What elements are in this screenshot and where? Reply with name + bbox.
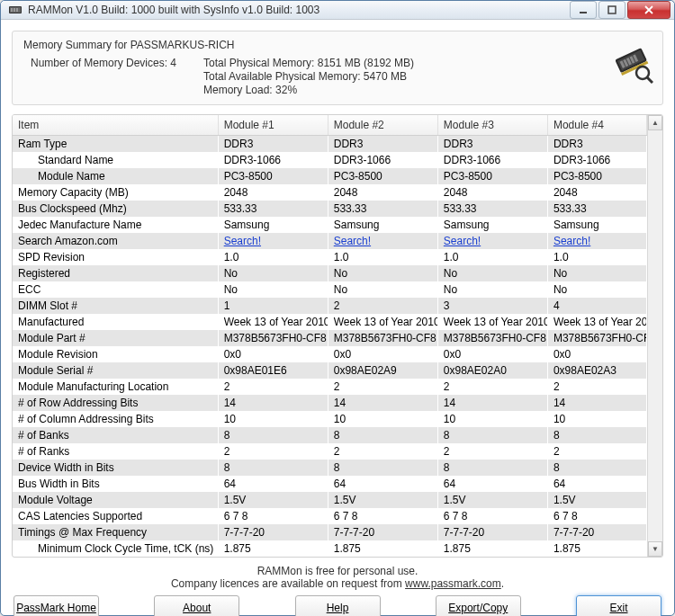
table-row[interactable]: # of Ranks2222	[13, 443, 647, 460]
row-label: Ram Type	[13, 136, 218, 153]
cell-value: 1	[218, 298, 328, 314]
table-row[interactable]: Memory Capacity (MB)2048204820482048	[13, 184, 647, 201]
vertical-scrollbar[interactable]: ▲ ▼	[647, 115, 662, 557]
table-row[interactable]: Minimum Clock Cycle Time, tCK (ns)1.8751…	[13, 540, 647, 557]
cell-value: 2	[218, 379, 328, 395]
cell-value: 8	[437, 427, 547, 443]
close-button[interactable]	[627, 1, 670, 19]
row-label: Module Part #	[13, 330, 218, 346]
passmark-link[interactable]: www.passmark.com	[405, 577, 501, 590]
export-copy-button[interactable]: Export/Copy	[436, 595, 521, 616]
cell-value: 6 7 8	[437, 508, 547, 524]
table-row[interactable]: Search Amazon.comSearch!Search!Search!Se…	[13, 233, 647, 249]
row-label: Minimum Clock Cycle Time, tCK (ns)	[13, 540, 218, 557]
table-row[interactable]: Module Serial #0x98AE01E60x98AE02A90x98A…	[13, 362, 647, 379]
col-module-2[interactable]: Module #2	[328, 115, 437, 136]
cell-value: 14	[437, 395, 547, 411]
cell-value: No	[547, 265, 646, 281]
cell-value: M378B5673FH0-CF8	[547, 330, 646, 346]
table-row[interactable]: SPD Revision1.01.01.01.0	[13, 249, 647, 265]
cell-value: 1.0	[218, 249, 328, 265]
row-label: Timings @ Max Frequency	[13, 524, 218, 540]
passmark-home-button[interactable]: PassMark Home	[14, 595, 99, 616]
exit-button[interactable]: Exit	[576, 595, 662, 616]
cell-value: 6 7 8	[218, 508, 328, 524]
cell-value: DDR3-1066	[547, 152, 646, 168]
row-label: # of Banks	[13, 427, 218, 443]
button-row: PassMark Home About Help Export/Copy Exi…	[12, 592, 663, 616]
about-button[interactable]: About	[154, 595, 239, 616]
cell-value: 64	[547, 476, 646, 492]
row-label: Bus Width in Bits	[13, 476, 218, 492]
table-row[interactable]: Device Width in Bits8888	[13, 460, 647, 476]
row-label: DIMM Slot #	[13, 298, 218, 314]
cell-value: 14	[328, 395, 437, 411]
row-label: # of Column Addressing Bits	[13, 411, 218, 427]
total-available-memory: Total Available Physical Memory: 5470 MB	[203, 70, 414, 83]
table-row[interactable]: Standard NameDDR3-1066DDR3-1066DDR3-1066…	[13, 152, 647, 168]
table-row[interactable]: ECCNoNoNoNo	[13, 281, 647, 298]
table-row[interactable]: Bus Width in Bits64646464	[13, 476, 647, 492]
table-row[interactable]: Module NamePC3-8500PC3-8500PC3-8500PC3-8…	[13, 168, 647, 184]
cell-value: 10	[437, 411, 547, 427]
cell-value: 0x98AE02A0	[437, 362, 547, 379]
help-button[interactable]: Help	[295, 595, 381, 616]
memory-load: Memory Load: 32%	[203, 84, 414, 96]
table-row[interactable]: ManufacturedWeek 13 of Year 2010Week 13 …	[13, 314, 647, 330]
table-row[interactable]: DIMM Slot #1234	[13, 298, 647, 314]
window-title: RAMMon V1.0 Build: 1000 built with SysIn…	[28, 4, 570, 16]
col-item[interactable]: Item	[13, 115, 218, 136]
row-label: # of Row Addressing Bits	[13, 395, 218, 411]
cell-value: 0x98AE02A3	[547, 362, 646, 379]
cell-value: 2048	[218, 184, 328, 201]
table-row[interactable]: Module Part #M378B5673FH0-CF8M378B5673FH…	[13, 330, 647, 346]
minimize-button[interactable]	[570, 1, 597, 19]
app-window: RAMMon V1.0 Build: 1000 built with SysIn…	[0, 0, 675, 616]
titlebar[interactable]: RAMMon V1.0 Build: 1000 built with SysIn…	[1, 1, 674, 20]
scroll-up-button[interactable]: ▲	[648, 115, 662, 130]
search-link[interactable]: Search!	[437, 233, 547, 249]
table-row[interactable]: RegisteredNoNoNoNo	[13, 265, 647, 281]
scroll-down-button[interactable]: ▼	[648, 541, 662, 557]
cell-value: 1.0	[328, 249, 437, 265]
cell-value: 2	[547, 379, 646, 395]
table-row[interactable]: Bus Clockspeed (Mhz)533.33533.33533.3353…	[13, 201, 647, 217]
table-row[interactable]: Module Manufacturing Location2222	[13, 379, 647, 395]
cell-value: No	[218, 281, 328, 298]
row-label: Registered	[13, 265, 218, 281]
col-module-1[interactable]: Module #1	[218, 115, 328, 136]
row-label: Bus Clockspeed (Mhz)	[13, 201, 218, 217]
table-row[interactable]: # of Banks8888	[13, 427, 647, 443]
table-row[interactable]: Module Voltage1.5V1.5V1.5V1.5V	[13, 492, 647, 508]
table-row[interactable]: Ram TypeDDR3DDR3DDR3DDR3	[13, 136, 647, 153]
table-row[interactable]: # of Column Addressing Bits10101010	[13, 411, 647, 427]
table-row[interactable]: CAS Latencies Supported6 7 86 7 86 7 86 …	[13, 508, 647, 524]
cell-value: 64	[328, 476, 437, 492]
cell-value: 2	[437, 443, 547, 460]
cell-value: 14	[547, 395, 646, 411]
col-module-3[interactable]: Module #3	[437, 115, 547, 136]
cell-value: 1.0	[547, 249, 646, 265]
cell-value: 1.5V	[218, 492, 328, 508]
cell-value: DDR3	[547, 136, 646, 153]
search-link[interactable]: Search!	[328, 233, 437, 249]
table-row[interactable]: Timings @ Max Frequency7-7-7-207-7-7-207…	[13, 524, 647, 540]
col-module-4[interactable]: Module #4	[547, 115, 646, 136]
search-link[interactable]: Search!	[547, 233, 646, 249]
cell-value: DDR3-1066	[218, 152, 328, 168]
cell-value: 1.5V	[547, 492, 646, 508]
cell-value: 10	[547, 411, 646, 427]
table-row[interactable]: Jedec Manufacture NameSamsungSamsungSams…	[13, 217, 647, 233]
cell-value: 6 7 8	[328, 508, 437, 524]
maximize-button[interactable]	[598, 1, 626, 19]
cell-value: 2048	[437, 184, 547, 201]
cell-value: DDR3	[437, 136, 547, 153]
search-link[interactable]: Search!	[218, 233, 328, 249]
scrollbar-track[interactable]	[648, 130, 662, 541]
cell-value: Week 13 of Year 2010	[328, 314, 437, 330]
row-label: Manufactured	[13, 314, 218, 330]
row-label: # of Ranks	[13, 443, 218, 460]
table-row[interactable]: Module Revision0x00x00x00x0	[13, 346, 647, 362]
table-row[interactable]: # of Row Addressing Bits14141414	[13, 395, 647, 411]
cell-value: No	[547, 281, 646, 298]
